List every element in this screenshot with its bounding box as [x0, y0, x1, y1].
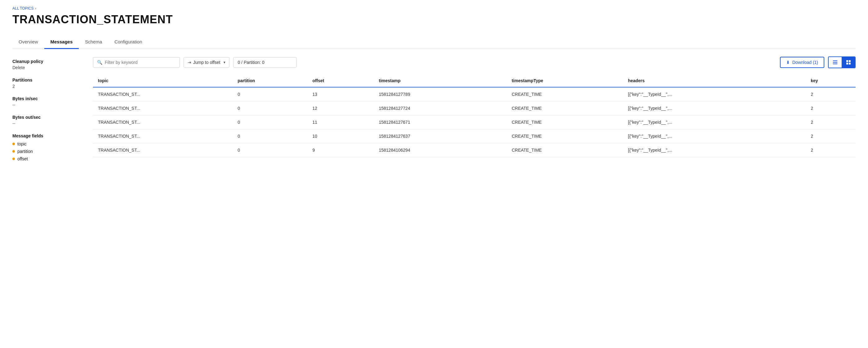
svg-rect-6 — [849, 63, 850, 64]
search-icon: 🔍 — [97, 60, 102, 65]
sidebar-bytes-out: Bytes out/sec -- — [12, 115, 81, 126]
cell-offset-0: 13 — [308, 87, 374, 102]
cell-offset-4: 9 — [308, 143, 374, 157]
cell-timestamptype-4: CREATE_TIME — [507, 143, 623, 157]
tabs-container: Overview Messages Schema Configuration — [12, 36, 856, 49]
cell-offset-1: 12 — [308, 102, 374, 115]
message-fields-title: Message fields — [12, 134, 81, 138]
breadcrumb-chevron-icon: › — [35, 6, 36, 10]
field-dot-partition — [12, 150, 15, 153]
grid-view-button[interactable] — [842, 57, 855, 68]
cell-timestamp-0: 1581284127789 — [374, 87, 507, 102]
cell-topic-4: TRANSACTION_ST... — [93, 143, 233, 157]
sidebar-cleanup-policy: Cleanup policy Delete — [12, 59, 81, 70]
main-content: Cleanup policy Delete Partitions 2 Bytes… — [12, 56, 856, 169]
sidebar-bytes-in: Bytes in/sec -- — [12, 96, 81, 107]
table-header-row: topic partition offset timestamp timesta… — [93, 75, 856, 87]
jump-to-offset-label: Jump to offset — [193, 60, 220, 65]
download-label: Download (1) — [793, 60, 818, 65]
sidebar-partitions: Partitions 2 — [12, 78, 81, 89]
messages-table: topic partition offset timestamp timesta… — [93, 75, 856, 157]
sidebar-message-fields: Message fields topic partition offset — [12, 134, 81, 161]
jump-to-offset-button[interactable]: ⇥ Jump to offset ▾ — [184, 57, 229, 68]
page-container: ALL TOPICS › TRANSACTION_STATEMENT Overv… — [0, 0, 868, 175]
search-input-wrapper[interactable]: 🔍 — [93, 57, 180, 68]
list-view-button[interactable] — [829, 57, 842, 68]
field-dot-offset — [12, 157, 15, 160]
cell-timestamptype-3: CREATE_TIME — [507, 129, 623, 143]
download-button[interactable]: ⬇ Download (1) — [780, 57, 824, 68]
cell-headers-0: [{"key":"__TypeId__",... — [623, 87, 806, 102]
cell-timestamp-4: 1581284106294 — [374, 143, 507, 157]
svg-rect-1 — [833, 62, 837, 63]
view-toggle — [828, 56, 856, 68]
partition-input-wrapper[interactable] — [233, 57, 297, 68]
cell-headers-1: [{"key":"__TypeId__",... — [623, 102, 806, 115]
cell-key-2: 2 — [806, 115, 856, 129]
tab-schema[interactable]: Schema — [79, 36, 108, 49]
jump-icon: ⇥ — [188, 60, 191, 65]
cell-partition-4: 0 — [233, 143, 308, 157]
svg-rect-5 — [846, 63, 848, 64]
col-header-offset: offset — [308, 75, 374, 87]
svg-rect-2 — [833, 64, 837, 64]
field-label-offset: offset — [18, 156, 28, 161]
sidebar-bytes-in-value: -- — [12, 103, 81, 107]
cell-timestamptype-1: CREATE_TIME — [507, 102, 623, 115]
partition-input[interactable] — [238, 60, 292, 65]
sidebar-bytes-out-value: -- — [12, 121, 81, 126]
cell-timestamp-2: 1581284127671 — [374, 115, 507, 129]
cell-topic-1: TRANSACTION_ST... — [93, 102, 233, 115]
chevron-down-icon: ▾ — [223, 60, 225, 64]
sidebar-bytes-in-label: Bytes in/sec — [12, 96, 81, 101]
cell-headers-2: [{"key":"__TypeId__",... — [623, 115, 806, 129]
col-header-partition: partition — [233, 75, 308, 87]
cell-topic-2: TRANSACTION_ST... — [93, 115, 233, 129]
cell-timestamp-1: 1581284127724 — [374, 102, 507, 115]
cell-timestamp-3: 1581284127637 — [374, 129, 507, 143]
download-icon: ⬇ — [786, 60, 790, 65]
cell-partition-1: 0 — [233, 102, 308, 115]
svg-rect-3 — [846, 60, 848, 62]
cell-offset-3: 10 — [308, 129, 374, 143]
table-row[interactable]: TRANSACTION_ST... 0 13 1581284127789 CRE… — [93, 87, 856, 102]
sidebar-partitions-label: Partitions — [12, 78, 81, 83]
table-row[interactable]: TRANSACTION_ST... 0 12 1581284127724 CRE… — [93, 102, 856, 115]
cell-topic-3: TRANSACTION_ST... — [93, 129, 233, 143]
table-header: topic partition offset timestamp timesta… — [93, 75, 856, 87]
table-body: TRANSACTION_ST... 0 13 1581284127789 CRE… — [93, 87, 856, 157]
cell-key-4: 2 — [806, 143, 856, 157]
cell-key-0: 2 — [806, 87, 856, 102]
table-row[interactable]: TRANSACTION_ST... 0 11 1581284127671 CRE… — [93, 115, 856, 129]
sidebar-partitions-value: 2 — [12, 84, 81, 89]
sidebar-bytes-out-label: Bytes out/sec — [12, 115, 81, 120]
cell-headers-3: [{"key":"__TypeId__",... — [623, 129, 806, 143]
sidebar-cleanup-policy-label: Cleanup policy — [12, 59, 81, 64]
field-label-topic: topic — [18, 141, 27, 146]
search-input[interactable] — [105, 60, 176, 65]
page-title: TRANSACTION_STATEMENT — [12, 13, 856, 26]
svg-rect-4 — [849, 60, 850, 62]
sidebar: Cleanup policy Delete Partitions 2 Bytes… — [12, 56, 81, 169]
col-header-headers: headers — [623, 75, 806, 87]
table-row[interactable]: TRANSACTION_ST... 0 10 1581284127637 CRE… — [93, 129, 856, 143]
tab-configuration[interactable]: Configuration — [108, 36, 148, 49]
breadcrumb-all-topics-link[interactable]: ALL TOPICS — [12, 6, 33, 10]
list-view-icon — [832, 60, 838, 65]
field-item-offset: offset — [12, 156, 81, 161]
content-area: 🔍 ⇥ Jump to offset ▾ ⬇ Download (1) — [93, 56, 856, 169]
tab-overview[interactable]: Overview — [12, 36, 44, 49]
cell-offset-2: 11 — [308, 115, 374, 129]
svg-rect-0 — [833, 60, 837, 61]
breadcrumb: ALL TOPICS › — [12, 6, 856, 10]
cell-key-1: 2 — [806, 102, 856, 115]
field-dot-topic — [12, 143, 15, 145]
col-header-timestamp: timestamp — [374, 75, 507, 87]
table-row[interactable]: TRANSACTION_ST... 0 9 1581284106294 CREA… — [93, 143, 856, 157]
col-header-topic: topic — [93, 75, 233, 87]
field-item-topic: topic — [12, 141, 81, 146]
sidebar-cleanup-policy-value: Delete — [12, 65, 81, 70]
cell-timestamptype-2: CREATE_TIME — [507, 115, 623, 129]
tab-messages[interactable]: Messages — [44, 36, 79, 49]
cell-topic-0: TRANSACTION_ST... — [93, 87, 233, 102]
